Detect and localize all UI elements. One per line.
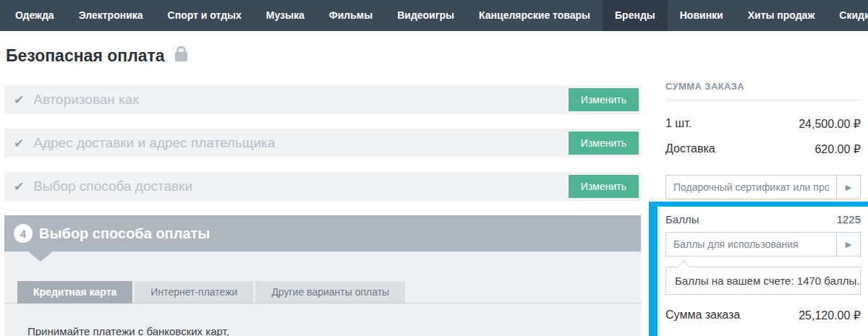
nav-item-stationery[interactable]: Канцелярские товары bbox=[467, 0, 603, 31]
nav-item-bestsellers[interactable]: Хиты продаж bbox=[736, 0, 827, 31]
nav-item-sports-leisure[interactable]: Спорт и отдых bbox=[156, 0, 254, 31]
nav-item-electronics[interactable]: Электроника bbox=[67, 0, 156, 31]
step-row-delivery-method: ✔ Выбор способа доставки Изменить bbox=[4, 172, 641, 201]
step-number-badge: 4 bbox=[14, 224, 33, 243]
order-total-row: Сумма заказа 25,120.00 ₽ bbox=[665, 309, 861, 322]
summary-row-delivery: Доставка 620.00 ₽ bbox=[665, 142, 861, 156]
change-address-button[interactable]: Изменить bbox=[569, 132, 639, 155]
highlight-overlay-top bbox=[649, 202, 868, 207]
summary-row-items: 1 шт. 24,500.00 ₽ bbox=[665, 117, 861, 131]
tooltip-notch bbox=[678, 261, 690, 273]
order-summary-header: СУММА ЗАКАЗА bbox=[665, 81, 861, 92]
order-summary-sidebar: СУММА ЗАКАЗА 1 шт. 24,500.00 ₽ Доставка … bbox=[665, 31, 861, 322]
nav-item-brands[interactable]: Бренды bbox=[603, 0, 668, 31]
tab-credit-card[interactable]: Кредитная карта bbox=[17, 281, 132, 303]
nav-item-new-arrivals[interactable]: Новинки bbox=[668, 0, 736, 31]
checkout-steps: ✔ Авторизован как Изменить ✔ Адрес доста… bbox=[4, 85, 641, 201]
points-value: 1225 bbox=[837, 213, 861, 225]
step-row-authorized-as: ✔ Авторизован как Изменить bbox=[4, 85, 641, 114]
gift-certificate-input[interactable] bbox=[666, 176, 836, 199]
points-balance-row: Баллы 1225 bbox=[665, 213, 861, 225]
check-icon: ✔ bbox=[14, 92, 24, 107]
tab-other-payment-options[interactable]: Другие варианты оплаты bbox=[255, 281, 405, 303]
top-nav: Одежда Электроника Спорт и отдых Музыка … bbox=[0, 0, 868, 31]
points-submit-button[interactable]: ▶ bbox=[836, 233, 860, 256]
points-balance-tooltip: Баллы на вашем счете: 1470 баллы. bbox=[665, 267, 861, 295]
step-label: Авторизован как bbox=[33, 92, 138, 108]
step-banner-title: Выбор способа оплаты bbox=[39, 225, 210, 242]
checkout-main: Безопасная оплата ✔ Авторизован как Изме… bbox=[4, 31, 641, 336]
submit-arrow-icon: ▶ bbox=[846, 183, 851, 192]
submit-arrow-icon: ▶ bbox=[846, 240, 851, 249]
check-icon: ✔ bbox=[14, 136, 24, 150]
payment-tabs: Кредитная карта Интернет-платежи Другие … bbox=[4, 281, 641, 303]
lock-icon bbox=[175, 52, 187, 61]
nav-item-discounts[interactable]: Скидки bbox=[827, 0, 868, 31]
step-row-addresses: ✔ Адрес доставки и адрес плательщика Изм… bbox=[4, 129, 641, 158]
summary-row-value: 620.00 ₽ bbox=[814, 142, 861, 156]
step-label: Адрес доставки и адрес плательщика bbox=[33, 135, 275, 151]
divider bbox=[665, 100, 861, 100]
credit-card-intro-text: Принимайте платежи с банковских карт, bbox=[27, 325, 641, 336]
check-icon: ✔ bbox=[14, 179, 24, 194]
points-balance-note: Баллы на вашем счете: 1470 баллы. bbox=[675, 275, 859, 287]
points-field-group: ▶ bbox=[665, 232, 861, 257]
nav-item-movies[interactable]: Фильмы bbox=[317, 0, 385, 31]
order-total-value: 25,120.00 ₽ bbox=[799, 309, 861, 322]
gift-certificate-field-group: ▶ bbox=[665, 175, 861, 199]
step-label: Выбор способа доставки bbox=[33, 178, 192, 194]
change-delivery-button[interactable]: Изменить bbox=[569, 175, 639, 198]
banner-pointer-arrow bbox=[28, 251, 53, 262]
page-title: Безопасная оплата bbox=[6, 46, 165, 66]
gift-certificate-submit-button[interactable]: ▶ bbox=[836, 176, 860, 199]
nav-item-clothing[interactable]: Одежда bbox=[3, 0, 67, 31]
highlight-overlay-left bbox=[649, 202, 658, 336]
summary-row-label: 1 шт. bbox=[665, 117, 692, 131]
summary-row-value: 24,500.00 ₽ bbox=[799, 117, 861, 131]
points-label: Баллы bbox=[665, 213, 699, 225]
payment-method-step-banner: 4 Выбор способа оплаты bbox=[4, 215, 641, 251]
nav-item-video-games[interactable]: Видеоигры bbox=[385, 0, 467, 31]
order-total-label: Сумма заказа bbox=[665, 309, 740, 322]
tab-internet-payments[interactable]: Интернет-платежи bbox=[135, 281, 253, 303]
change-authorized-button[interactable]: Изменить bbox=[569, 88, 639, 111]
page-title-row: Безопасная оплата bbox=[6, 46, 641, 66]
nav-item-music[interactable]: Музыка bbox=[254, 0, 317, 31]
points-to-use-input[interactable] bbox=[666, 233, 836, 256]
payment-method-panel: Кредитная карта Интернет-платежи Другие … bbox=[4, 251, 641, 336]
summary-row-label: Доставка bbox=[665, 142, 715, 156]
